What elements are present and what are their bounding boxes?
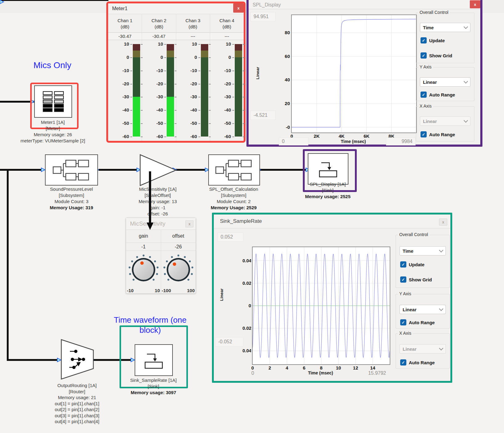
block-label-line: [Router] — [45, 389, 109, 395]
block-label-line: [Subsystem] — [30, 192, 113, 198]
sink-samplerate-label: Sink_SampleRate [1A][Sink]Memory usage: … — [121, 377, 186, 396]
sink-plot[interactable]: 0.040.0200.020.0402468101214 — [252, 247, 390, 365]
x-tick-label: 10 — [331, 365, 345, 371]
block-label-line: Memory usage: 21 — [45, 394, 109, 401]
meter-channel-1: Chan 1(dB) -30.47 100-10-20-30-40-50-60 — [108, 14, 142, 141]
show-grid-checkbox[interactable]: ✓ Show Grid — [421, 52, 474, 59]
checkbox-check-icon: ✓ — [421, 37, 427, 43]
meter-tick-label: -20 — [142, 81, 163, 86]
y-tick-label: 20 — [278, 100, 290, 107]
checkbox-check-icon: ✓ — [400, 261, 406, 268]
outputrouting-block[interactable] — [61, 339, 94, 380]
close-button[interactable]: x — [439, 219, 447, 226]
update-checkbox[interactable]: ✓ Update — [421, 37, 474, 43]
meter-clip-zone — [133, 44, 140, 51]
block-label-line: SoundPressureLevel — [30, 186, 113, 192]
meter-upper-zone — [167, 57, 174, 97]
meter-tick-label: -20 — [176, 81, 197, 86]
spl-window-titlebar[interactable]: SPL_Display x — [249, 0, 480, 9]
soundpressurelevel-block[interactable] — [45, 154, 98, 186]
meter-bar — [201, 44, 208, 137]
x-start-readout: 0 — [248, 369, 279, 377]
overall-control-dropdown[interactable]: Time — [420, 23, 470, 32]
y-axis-scale-dropdown[interactable]: Linear — [420, 77, 470, 87]
y-min-readout: -0.052 — [215, 337, 243, 346]
subsystem-icon — [214, 158, 254, 182]
meter1-window-titlebar[interactable]: Meter1 x — [108, 3, 244, 14]
x-axis-group: X Axis Linear ✓ Auto Range — [396, 333, 450, 369]
overall-control-dropdown[interactable]: Time — [400, 246, 446, 255]
checkbox-check-icon: ✓ — [421, 52, 427, 59]
x-tick-label: 4 — [280, 365, 294, 371]
y-max-readout: 0.052 — [217, 232, 243, 242]
input-pin — [30, 100, 34, 104]
x-axis-scale-dropdown[interactable]: Linear — [400, 344, 446, 353]
close-button[interactable]: x — [470, 0, 480, 8]
meter-channel-name: Chan 3(dB) — [176, 14, 210, 32]
close-button[interactable]: x — [233, 3, 244, 13]
micsensitivity-titlebar[interactable]: MicSensitivity x — [126, 218, 196, 230]
window-title: Sink_SampleRate — [220, 214, 262, 228]
spl-offset-calculation-label: SPL_Offset_Calculation[Subsystem]Module … — [199, 186, 268, 211]
meter-warn-zone — [133, 51, 140, 57]
block-label-line: out[2] = pin[1].chan[2] — [45, 406, 109, 413]
meter1-block-label: Meter1 [1A][Meter]Memory usage: 26meterT… — [12, 119, 93, 144]
meter-channel-value: -30.47 — [108, 32, 142, 40]
block-label-line: [Sink] — [300, 187, 356, 194]
show-grid-checkbox[interactable]: ✓ Show Grid — [400, 276, 449, 283]
meter-tick-label: -30 — [142, 94, 163, 99]
knob-max-label: 10 — [155, 288, 160, 293]
meter-tick-label: -40 — [142, 108, 163, 112]
spl-display-block[interactable] — [308, 153, 348, 185]
spl-offset-calculation-block[interactable] — [208, 154, 260, 186]
block-label-line: meterType: VUMeterSample [2] — [12, 138, 93, 144]
close-button[interactable]: x — [185, 220, 193, 227]
meter-tick-label: -40 — [108, 108, 129, 112]
meter-tick-label: -30 — [210, 94, 231, 99]
meter-tick-label: -20 — [108, 81, 129, 86]
block-label-line: offset: -26 — [122, 211, 193, 217]
y-auto-range-checkbox[interactable]: ✓ Auto Range — [421, 92, 474, 98]
micsensitivity-label: MicSensitivity [1A][ScaleOffset]Memory u… — [122, 186, 193, 217]
block-label-line: Memory usage: 3097 — [121, 390, 186, 396]
time-waveform-note: Time waveform (one block) — [103, 315, 197, 335]
spl-plot[interactable]: 80604020-002K4K6K8K — [291, 14, 417, 133]
checkbox-check-icon: ✓ — [421, 131, 427, 137]
knob-min-label: -100 — [162, 288, 171, 293]
x-auto-range-checkbox[interactable]: ✓ Auto Range — [421, 131, 474, 137]
meter1-block[interactable] — [34, 85, 72, 118]
sink-window-titlebar[interactable]: Sink_SampleRate x — [214, 214, 450, 228]
y-axis-group: Y Axis Linear ✓ Auto Range — [396, 294, 450, 329]
checkbox-check-icon: ✓ — [400, 276, 406, 283]
x-tick-label: 8 — [315, 365, 328, 371]
chevron-down-icon — [439, 346, 443, 350]
soundpressurelevel-label: SoundPressureLevel[Subsystem]Module Coun… — [30, 186, 113, 211]
x-auto-range-checkbox[interactable]: ✓ Auto Range — [400, 359, 449, 366]
meter-channel-3: Chan 3(dB) --- 100-10-20-30-40-50-60 — [176, 14, 210, 141]
y-max-readout: 94.951 — [250, 12, 276, 21]
y-tick-label: 0 — [242, 303, 251, 309]
y-tick-label: 0.04 — [242, 258, 251, 264]
offset-knob[interactable] — [161, 252, 195, 287]
update-checkbox[interactable]: ✓ Update — [400, 261, 449, 268]
sink-samplerate-block[interactable] — [135, 344, 173, 376]
y-axis-name: Linear — [219, 288, 224, 301]
y-axis-scale-dropdown[interactable]: Linear — [400, 305, 446, 314]
y-tick-label: -0 — [278, 124, 290, 130]
meter-tick-label: 10 — [176, 42, 197, 47]
meter-tick-label: -40 — [210, 108, 231, 112]
knob-min-label: -10 — [127, 288, 134, 293]
meter-channel-name: Chan 4(dB) — [210, 14, 244, 32]
y-axis-name: Linear — [255, 67, 260, 80]
micsensitivity-block[interactable] — [140, 154, 177, 186]
meter-channel-value: --- — [176, 32, 210, 40]
gain-knob[interactable] — [127, 252, 161, 287]
outputrouting-label: OutputRouting [1A][Router]Memory usage: … — [45, 382, 109, 425]
y-auto-range-checkbox[interactable]: ✓ Auto Range — [400, 319, 449, 325]
meter-tick-label: 0 — [108, 55, 129, 60]
x-axis-scale-dropdown[interactable]: Linear — [420, 116, 470, 126]
meter-bar — [167, 44, 174, 137]
meter-level-fill — [133, 97, 140, 137]
offset-knob-column: offset -26 -100 100 — [161, 230, 196, 293]
meter-tick-label: -50 — [210, 121, 231, 126]
